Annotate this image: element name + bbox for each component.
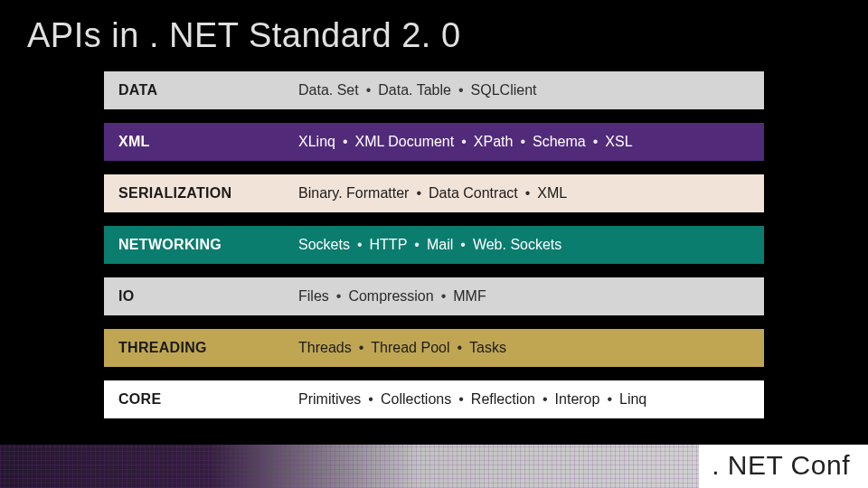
row-item: Schema [533, 134, 586, 150]
row-item: Binary. Formatter [298, 185, 409, 202]
row-item: XSL [605, 134, 632, 150]
row-item: Linq [619, 391, 646, 408]
dot-separator-icon: • [457, 340, 462, 356]
row-items: Files•Compression•MMF [298, 277, 764, 315]
dot-separator-icon: • [359, 340, 364, 356]
footer: . NET Conf [0, 445, 868, 488]
dot-separator-icon: • [458, 391, 464, 408]
api-row: COREPrimitives•Collections•Reflection•In… [104, 380, 764, 418]
row-items: XLinq•XML Document•XPath•Schema•XSL [298, 123, 764, 161]
row-item: Collections [381, 391, 451, 408]
api-row: IOFiles•Compression•MMF [104, 277, 764, 315]
dot-separator-icon: • [460, 237, 466, 253]
row-items: Binary. Formatter•Data Contract•XML [298, 174, 764, 212]
row-items: Primitives•Collections•Reflection•Intero… [298, 380, 764, 418]
dot-separator-icon: • [525, 185, 531, 202]
row-item: Compression [348, 288, 433, 305]
row-label: CORE [104, 380, 298, 418]
dot-separator-icon: • [607, 391, 612, 408]
dot-separator-icon: • [441, 288, 447, 305]
dot-separator-icon: • [343, 134, 348, 150]
row-item: Web. Sockets [473, 237, 561, 253]
dot-separator-icon: • [357, 237, 363, 253]
row-label: THREADING [104, 329, 298, 367]
dot-separator-icon: • [414, 237, 420, 253]
row-item: XLinq [298, 134, 335, 150]
row-items: Threads•Thread Pool•Tasks [298, 329, 764, 367]
row-item: Sockets [298, 237, 350, 253]
dot-separator-icon: • [458, 82, 464, 99]
row-items: Data. Set•Data. Table•SQLClient [298, 71, 764, 109]
api-row: NETWORKINGSockets•HTTP•Mail•Web. Sockets [104, 226, 764, 264]
row-item: Data. Set [298, 82, 359, 99]
api-row: XMLXLinq•XML Document•XPath•Schema•XSL [104, 123, 764, 161]
dot-separator-icon: • [461, 134, 467, 150]
row-item: Data Contract [429, 185, 518, 202]
row-item: HTTP [370, 237, 408, 253]
row-item: Interop [555, 391, 600, 408]
slide-title: APIs in . NET Standard 2. 0 [0, 0, 868, 55]
dot-separator-icon: • [366, 82, 372, 99]
row-item: Primitives [298, 391, 361, 408]
dot-separator-icon: • [336, 288, 342, 305]
row-item: MMF [453, 288, 486, 305]
dot-separator-icon: • [416, 185, 421, 202]
row-item: XML [537, 185, 567, 202]
row-label: DATA [104, 71, 298, 109]
dot-separator-icon: • [368, 391, 373, 408]
row-label: SERIALIZATION [104, 174, 298, 212]
dot-separator-icon: • [593, 134, 599, 150]
row-label: NETWORKING [104, 226, 298, 264]
row-item: SQLClient [471, 82, 537, 99]
api-row: SERIALIZATIONBinary. Formatter•Data Cont… [104, 174, 764, 212]
row-item: XPath [474, 134, 514, 150]
dot-separator-icon: • [520, 134, 525, 150]
row-item: Mail [427, 237, 453, 253]
dot-separator-icon: • [542, 391, 548, 408]
row-item: Threads [298, 340, 352, 356]
row-item: Thread Pool [371, 340, 449, 356]
footer-brand: . NET Conf [699, 445, 868, 488]
footer-pattern [0, 445, 699, 488]
row-items: Sockets•HTTP•Mail•Web. Sockets [298, 226, 764, 264]
row-item: XML Document [355, 134, 455, 150]
row-label: XML [104, 123, 298, 161]
api-row: DATAData. Set•Data. Table•SQLClient [104, 71, 764, 109]
row-item: Data. Table [378, 82, 451, 99]
api-row: THREADINGThreads•Thread Pool•Tasks [104, 329, 764, 367]
row-item: Files [298, 288, 329, 305]
row-item: Tasks [469, 340, 506, 356]
api-rows: DATAData. Set•Data. Table•SQLClientXMLXL… [104, 71, 764, 418]
row-item: Reflection [471, 391, 535, 408]
row-label: IO [104, 277, 298, 315]
